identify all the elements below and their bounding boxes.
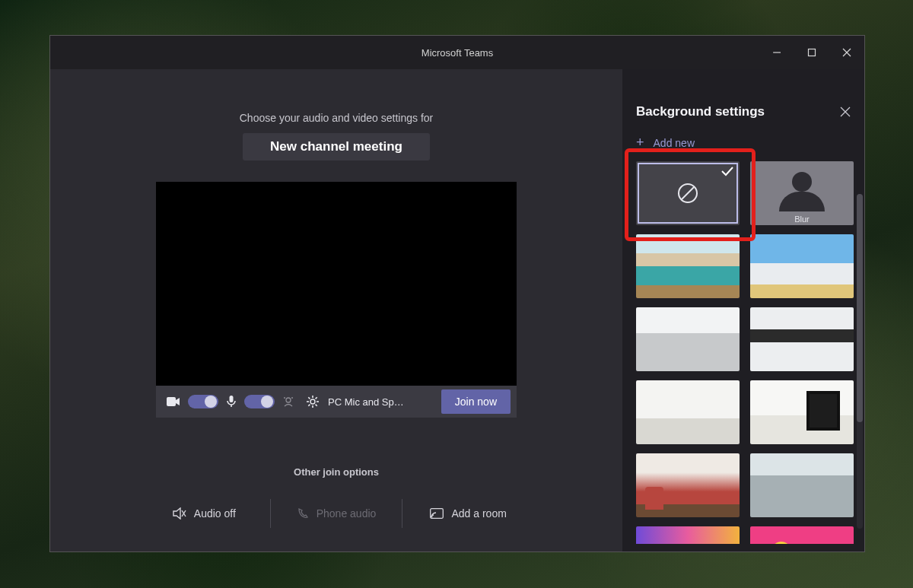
avatar-icon [792,172,812,192]
scrollbar-thumb[interactable] [857,194,863,422]
mic-toggle[interactable] [244,395,275,408]
settings-gear-icon[interactable] [307,396,319,408]
svg-line-16 [316,405,317,406]
meeting-title-input[interactable]: New channel meeting [243,133,430,161]
window-body: Choose your audio and video settings for… [50,69,864,551]
background-tile-blur[interactable]: Blur [750,161,854,225]
svg-point-7 [286,398,291,402]
svg-rect-4 [167,397,176,406]
svg-point-9 [291,397,293,399]
background-effects-icon[interactable] [282,396,294,408]
prejoin-controls: PC Mic and Sp… Join now [156,386,517,418]
close-window-button[interactable] [829,36,864,69]
prejoin-prompt: Choose your audio and video settings for [240,112,434,124]
background-tile-image[interactable] [636,307,740,371]
maximize-button[interactable] [794,36,829,69]
background-tile-none[interactable] [636,161,740,225]
background-tile-image[interactable] [750,307,854,371]
device-settings-label[interactable]: PC Mic and Sp… [328,396,404,408]
background-tile-image[interactable] [750,526,854,544]
svg-point-10 [310,399,315,404]
maximize-icon [807,48,816,57]
minimize-icon [772,48,781,57]
audio-off-label: Audio off [194,507,236,520]
camera-toggle[interactable] [188,395,218,408]
cast-icon [430,508,444,519]
phone-audio-label: Phone audio [317,507,377,520]
background-tile-image[interactable] [750,453,854,517]
add-new-label: Add new [654,137,695,149]
close-panel-button[interactable] [840,106,851,117]
minimize-button[interactable] [759,36,794,69]
speaker-off-icon [173,507,186,520]
svg-line-17 [316,397,317,399]
svg-point-8 [284,397,285,399]
background-grid: Blur [636,161,857,544]
svg-line-26 [682,187,694,199]
audio-off-option[interactable]: Audio off [138,494,270,532]
blur-label: Blur [750,213,854,225]
background-settings-panel: Background settings + Add new [622,69,864,551]
background-tile-image[interactable] [750,234,854,298]
svg-rect-1 [809,49,816,56]
join-now-button[interactable]: Join now [441,389,511,414]
svg-line-18 [308,405,310,406]
camera-icon [167,396,180,407]
background-tile-image[interactable] [636,380,740,444]
svg-rect-5 [230,396,234,402]
prejoin-panel: Choose your audio and video settings for… [50,69,622,551]
avatar-body-icon [779,192,825,211]
background-tile-image[interactable] [750,380,854,444]
mic-icon [226,396,237,408]
other-options-label: Other join options [294,466,379,478]
add-room-label: Add a room [451,507,506,520]
camera-preview [156,182,517,386]
plus-icon: + [636,135,644,151]
check-icon [721,166,733,176]
phone-audio-option: Phone audio [271,494,402,532]
background-tile-image[interactable] [636,453,740,517]
background-tile-image[interactable] [636,526,740,544]
close-icon [842,48,851,57]
add-room-option[interactable]: Add a room [402,494,534,532]
app-window: Microsoft Teams Choose your audio and vi… [49,35,865,552]
svg-line-15 [308,397,310,399]
window-title: Microsoft Teams [422,47,493,59]
other-options-row: Audio off Phone audio Add a room [138,494,534,532]
titlebar: Microsoft Teams [50,36,864,69]
none-icon [676,182,699,205]
add-new-background-button[interactable]: + Add new [636,135,857,151]
panel-header: Background settings [636,104,857,119]
close-icon [840,106,851,117]
background-tile-image[interactable] [636,234,740,298]
panel-title: Background settings [636,104,765,119]
svg-point-22 [431,516,433,518]
phone-icon [297,507,309,520]
scrollbar[interactable] [857,194,863,529]
window-controls [759,36,864,69]
